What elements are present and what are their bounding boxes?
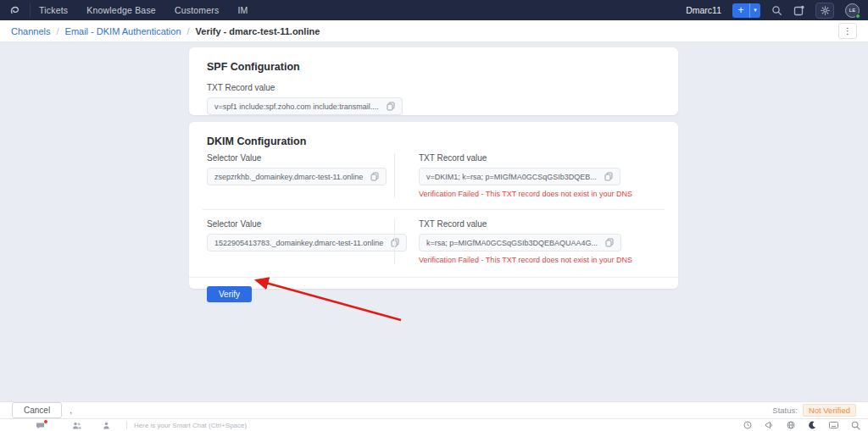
avatar-initials: LE [849,8,855,13]
selector-value-field: zsepzrkhb._domainkey.dmarc-test-11.onlin… [207,168,387,185]
spf-configuration-card: SPF Configuration TXT Record value v=spf… [189,47,678,115]
nav-item-knowledge-base[interactable]: Knowledge Base [86,5,156,15]
gear-icon [821,6,830,15]
breadcrumb-separator: / [187,26,190,36]
copy-icon[interactable] [604,172,613,181]
accessibility-globe-icon[interactable] [787,421,795,429]
nav-item-tickets[interactable]: Tickets [39,5,68,15]
copy-icon[interactable] [605,238,614,247]
quick-add-split-button: + ▾ [732,3,760,18]
txt-record-value-field: k=rsa; p=MIGfMA0GCSqGSIb3DQEBAQUAA4G... [419,234,621,251]
txt-record-label: TXT Record value [419,219,632,229]
row-divider [203,209,665,210]
chatbar-divider [126,421,127,429]
verification-failed-message: Verification Failed - This TXT record do… [419,190,632,198]
cancel-button[interactable]: Cancel [12,402,62,418]
nav-item-customers[interactable]: Customers [175,5,220,15]
chat-notifications-icon[interactable] [36,422,45,429]
selector-value-label: Selector Value [207,153,394,163]
user-avatar[interactable]: LE [845,3,860,18]
status-label: Status: [772,406,798,415]
txt-record-label: TXT Record value [419,153,632,163]
breadcrumb-email-dkim[interactable]: Email - DKIM Authentication [65,26,181,36]
dkim-configuration-card: DKIM Configuration Selector Value zsepzr… [189,122,678,289]
announcements-megaphone-icon[interactable] [765,421,774,429]
night-mode-moon-icon[interactable] [808,421,816,429]
notification-badge-dot [44,420,47,423]
add-dropdown-caret-icon[interactable]: ▾ [749,3,760,18]
spf-txt-record-label: TXT Record value [207,83,660,92]
settings-button[interactable] [815,3,834,19]
footer-comma-text: , [70,406,72,415]
txt-record-value-field: v=DKIM1; k=rsa; p=MIGfMA0GCSqGSIb3DQEB..… [419,168,620,185]
verify-button[interactable]: Verify [207,286,252,302]
org-name[interactable]: Dmarc11 [686,5,721,15]
nav-item-im[interactable]: IM [237,5,248,15]
app-logo-icon [8,4,21,17]
breadcrumb-channels[interactable]: Channels [11,26,50,36]
status-badge: Not Verified [803,404,856,417]
online-status-dot [855,14,860,19]
history-clock-icon[interactable] [743,421,752,429]
contacts-group-icon[interactable] [72,422,82,429]
selector-value-field: 1522905413783._domainkey.dmarc-test-11.o… [207,234,407,251]
dkim-row: Selector Value zsepzrkhb._domainkey.dmar… [189,147,678,205]
add-button[interactable]: + [732,3,749,18]
copy-icon[interactable] [387,102,395,111]
footer-bar: Cancel , Status: Not Verified [0,401,868,419]
kebab-menu-button[interactable]: ⋮ [838,23,857,39]
dkim-row: Selector Value 1522905413783._domainkey.… [189,213,678,271]
copy-icon[interactable] [370,172,379,181]
breadcrumb-separator: / [56,26,58,36]
nav-menu: Tickets Knowledge Base Customers IM [39,5,248,15]
spf-card-title: SPF Configuration [189,47,678,73]
spf-txt-record-value: v=spf1 include:spf.zoho.com include:tran… [207,97,403,115]
recent-activity-icon[interactable] [793,5,804,16]
selector-value-label: Selector Value [207,219,394,229]
page-title: Verify - dmarc-test-11.online [196,26,320,36]
dkim-card-title: DKIM Configuration [189,122,678,147]
breadcrumb: Channels / Email - DKIM Authentication /… [0,20,868,42]
app-logo[interactable] [8,3,31,17]
verification-failed-message: Verification Failed - This TXT record do… [419,256,632,264]
search-icon[interactable] [771,5,782,16]
smart-chat-input[interactable] [134,422,405,429]
keyboard-shortcuts-icon[interactable] [829,422,838,428]
agent-icon[interactable] [103,422,110,429]
chat-search-icon[interactable] [851,421,860,430]
top-nav: Tickets Knowledge Base Customers IM Dmar… [0,0,868,20]
smart-chat-bar [0,419,868,431]
